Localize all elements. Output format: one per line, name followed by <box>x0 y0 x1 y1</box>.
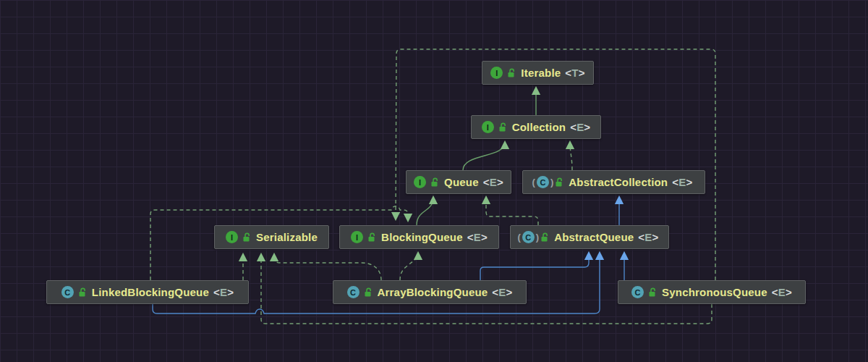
generic-close-bracket: > <box>579 67 585 79</box>
generic-type-label: <E> <box>483 176 503 188</box>
class-name-label: Queue <box>444 176 479 188</box>
generic-letter: E <box>220 286 227 298</box>
class-name-label: AbstractQueue <box>554 231 634 243</box>
generic-open-bracket: < <box>467 231 474 243</box>
generic-open-bracket: < <box>638 231 644 243</box>
generic-letter: E <box>678 176 686 188</box>
public-lock-icon <box>242 232 252 243</box>
generic-letter: E <box>644 231 652 243</box>
generic-letter: E <box>778 286 786 298</box>
generic-open-bracket: < <box>672 176 678 188</box>
generic-letter: E <box>474 231 481 243</box>
generic-close-bracket: > <box>686 176 692 188</box>
generic-type-label: <E> <box>672 176 692 188</box>
interface-icon: I <box>226 231 238 243</box>
generic-close-bracket: > <box>786 286 792 298</box>
generic-open-bracket: < <box>772 286 778 298</box>
generic-letter: E <box>490 176 497 188</box>
public-lock-icon <box>540 232 550 243</box>
generic-letter: E <box>498 286 506 298</box>
public-lock-icon <box>507 68 516 78</box>
abstract-icon: C <box>537 176 549 188</box>
node-array-blocking-queue[interactable]: CArrayBlockingQueue<E> <box>333 280 527 304</box>
abstract-paren-icon: ( <box>518 231 521 243</box>
node-serializable[interactable]: ISerializable <box>214 225 329 249</box>
abstract-paren-icon: ) <box>536 231 539 243</box>
class-name-label: AbstractCollection <box>569 176 668 188</box>
node-blocking-queue[interactable]: IBlockingQueue<E> <box>339 225 499 249</box>
generic-letter: E <box>576 121 584 133</box>
generic-type-label: <E> <box>638 231 658 243</box>
edge-queue-extends-collection[interactable] <box>463 143 505 170</box>
abstract-icon: C <box>522 231 535 243</box>
generic-open-bracket: < <box>565 67 571 79</box>
generic-open-bracket: < <box>483 176 490 188</box>
node-synchronous-queue[interactable]: CSynchronousQueue<E> <box>618 280 806 304</box>
generic-close-bracket: > <box>506 286 513 298</box>
generic-type-label: <E> <box>570 121 590 133</box>
node-linked-blocking-queue[interactable]: CLinkedBlockingQueue<E> <box>46 280 249 304</box>
class-icon: C <box>347 286 359 298</box>
class-icon: C <box>61 286 74 298</box>
edge-array-blocking-queue-implements-blocking-queue[interactable] <box>400 253 418 280</box>
class-name-label: LinkedBlockingQueue <box>92 286 209 298</box>
class-name-label: ArrayBlockingQueue <box>378 286 488 298</box>
generic-close-bracket: > <box>481 231 488 243</box>
public-lock-icon <box>555 177 564 188</box>
generic-type-label: <T> <box>565 67 584 79</box>
interface-icon: I <box>482 121 494 133</box>
public-lock-icon <box>78 287 88 298</box>
abstract-paren-icon: ) <box>550 176 553 188</box>
node-iterable[interactable]: IIterable<T> <box>482 61 594 85</box>
interface-icon: I <box>351 231 363 243</box>
class-name-label: BlockingQueue <box>381 231 463 243</box>
generic-letter: T <box>571 67 578 79</box>
class-name-label: SynchronousQueue <box>662 286 767 298</box>
public-lock-icon <box>367 232 377 243</box>
public-lock-icon <box>430 177 440 188</box>
generic-type-label: <E> <box>772 286 792 298</box>
class-name-label: Collection <box>512 121 566 133</box>
edge-blocking-queue-extends-queue[interactable] <box>417 198 433 225</box>
public-lock-icon <box>648 287 658 298</box>
generic-close-bracket: > <box>652 231 659 243</box>
generic-type-label: <E> <box>492 286 512 298</box>
abstract-paren-icon: ( <box>532 176 535 188</box>
generic-close-bracket: > <box>584 121 590 133</box>
generic-close-bracket: > <box>497 176 503 188</box>
class-icon: C <box>631 286 644 298</box>
node-queue[interactable]: IQueue<E> <box>406 170 511 194</box>
uml-diagram-canvas: IIterable<T>ICollection<E>IQueue<E>(C)Ab… <box>0 0 868 362</box>
generic-open-bracket: < <box>570 121 576 133</box>
generic-type-label: <E> <box>213 286 234 298</box>
generic-close-bracket: > <box>227 286 234 298</box>
generic-open-bracket: < <box>213 286 220 298</box>
public-lock-icon <box>364 287 373 298</box>
interface-icon: I <box>490 67 503 79</box>
generic-type-label: <E> <box>467 231 488 243</box>
node-collection[interactable]: ICollection<E> <box>471 115 601 139</box>
public-lock-icon <box>498 122 508 132</box>
node-abstract-queue[interactable]: (C)AbstractQueue<E> <box>510 225 669 249</box>
edge-abstract-queue-implements-queue[interactable] <box>486 198 538 225</box>
edge-abstract-collection-implements-collection[interactable] <box>570 143 572 170</box>
node-abstract-collection[interactable]: (C)AbstractCollection<E> <box>522 170 705 194</box>
interface-icon: I <box>414 176 426 188</box>
edge-array-blocking-queue-implements-serializable[interactable] <box>274 255 381 280</box>
class-name-label: Serializable <box>256 231 318 243</box>
class-name-label: Iterable <box>521 67 561 79</box>
generic-open-bracket: < <box>492 286 498 298</box>
edge-array-blocking-queue-extends-abstract-queue[interactable] <box>480 253 589 280</box>
